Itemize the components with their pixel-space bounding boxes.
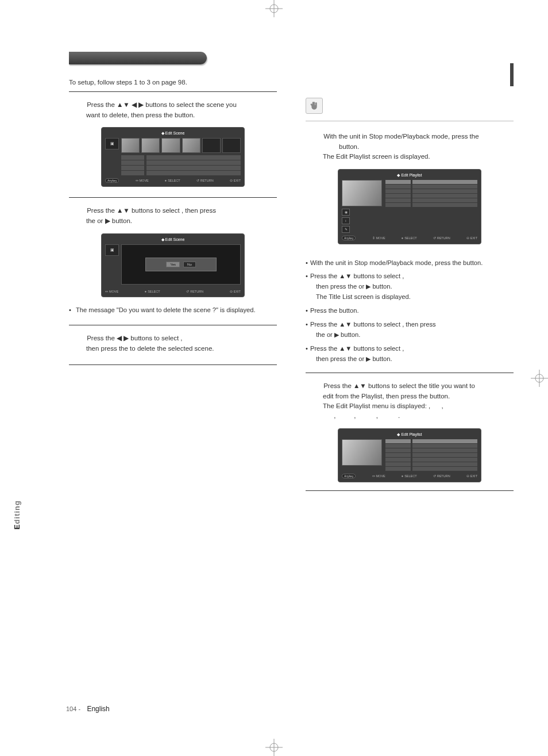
step-4-text-c: button. [175,112,195,118]
page-footer: 104 - English [66,705,110,713]
anykey-badge: Anykey [342,236,356,240]
step-5-text-c: the [86,217,95,224]
registration-mark-top [265,0,283,17]
ss-footer-select: ● SELECT [145,290,160,293]
bullet-2: •Press the ▲▼ buttons to select , then p… [306,271,514,302]
screenshot-edit-scene-confirm: ◆ Edit Scene ▣ Yes No [101,233,245,297]
ss-footer-move: ⇔ MOVE [372,474,385,478]
ss2-title: ◆ Edit Scene [105,236,241,244]
step-5-text-a: Press the ▲▼ buttons to select [87,207,179,214]
side-tab-editing: Editing [13,500,21,529]
right-step-2: Press the ▲▼ buttons to select the title… [323,381,514,421]
scene-thumb-empty [202,138,221,153]
step-6-text-d: to delete the selected scene. [130,345,214,352]
scene-thumb [141,138,160,153]
playlist-thumb [342,439,382,466]
step-number-icon [70,333,80,344]
screenshot-edit-playlist: ◆ Edit Playlist ◉ i ✎ [338,169,481,244]
scene-thumb-empty [222,138,241,153]
ss-footer-move: ⇔ MOVE [136,179,149,182]
scene-thumb [161,138,180,153]
ss-footer-return: ↺ RETURN [433,236,450,240]
step-6: Press the ◀ ▶ buttons to select , then p… [86,333,277,354]
note-delete-scene: • The message "Do you want to delete the… [69,305,277,315]
r1-b: button. [339,143,359,150]
ss-footer-exit: ⊝ EXIT [230,290,241,293]
ss4-title: ◆ Edit Playlist [342,431,477,439]
page-language: English [87,705,109,713]
step-number-icon [70,206,80,216]
ss-footer-return: ↺ RETURN [196,179,214,182]
ss-footer-select: ● SELECT [165,179,180,182]
step-6-text-b: , [180,335,182,341]
anykey-badge: Anykey [105,178,119,183]
step-number-icon [307,381,317,392]
step-5: Press the ▲▼ buttons to select , then pr… [86,206,277,226]
ss1-title: ◆ Edit Scene [105,130,241,138]
right-step-1: With the unit in Stop mode/Playback mode… [323,132,514,162]
scene-thumb [121,138,140,153]
setup-instruction: To setup, follow steps 1 to 3 on page 98… [69,79,277,92]
vertical-bar-icon [510,63,514,86]
right-column: With the unit in Stop mode/Playback mode… [300,52,514,733]
ss-footer-return: ↺ RETURN [186,290,203,293]
r1-c: The Edit Playlist screen is displayed. [323,153,430,160]
step-4: Press the ▲▼ ◀ ▶ buttons to select the s… [86,100,277,120]
step-number-icon [307,132,317,142]
hand-icon [306,98,323,114]
step-6-text-a: Press the ◀ ▶ buttons to select [87,335,179,341]
screenshot-edit-playlist-menu: ◆ Edit Playlist Anykey ⇔ MOVE ● [338,428,481,482]
page-body: To setup, follow steps 1 to 3 on page 98… [34,52,514,733]
ss-footer-exit: ⊝ EXIT [466,236,477,240]
ss-footer-select: ● SELECT [402,474,417,478]
anykey-badge: Anykey [342,474,356,478]
step-number-icon [70,100,80,110]
confirm-dialog: Yes No [145,258,217,271]
ss-sidebar-icon: ▣ [105,138,119,149]
bullet-5: •Press the ▲▼ buttons to select , then p… [306,344,514,364]
registration-mark-right [531,370,548,387]
ss-footer-move: ⇔ MOVE [105,290,118,293]
ss-footer-select: ● SELECT [402,236,417,240]
step-5-text-b: , then press [182,207,216,214]
ss-footer-move: ⇕ MOVE [372,236,385,240]
confirm-yes: Yes [166,262,180,267]
left-column: To setup, follow steps 1 to 3 on page 98… [34,52,277,733]
screenshot-edit-scene-thumbs: ◆ Edit Scene ▣ [101,127,245,187]
scene-thumb [182,138,200,153]
ss3-title: ◆ Edit Playlist [342,172,477,180]
page-number: 104 - [66,705,80,712]
step-6-text-c: then press the [86,345,128,352]
section-bar [69,52,207,64]
confirm-no: No [183,262,196,267]
bullet-4: •Press the ▲▼ buttons to select , then p… [306,320,514,340]
r1-a: With the unit in Stop mode/Playback mode… [323,133,478,140]
ss-footer-exit: ⊝ EXIT [230,179,241,182]
registration-mark-bottom [265,739,283,756]
step-4-text-b: want to delete, then press the [86,112,173,118]
bullet-3: •Press the button. [306,306,514,316]
step-4-text-a: Press the ▲▼ ◀ ▶ buttons to select the s… [87,101,237,108]
step-5-text-d: or ▶ button. [97,217,132,224]
ss-footer-exit: ⊝ EXIT [466,474,477,478]
ss-sidebar-icon: ▣ [105,244,119,256]
playlist-thumb [342,180,382,206]
tools-icon: ✎ [342,226,350,233]
ss-footer-return: ↺ RETURN [433,474,450,478]
disc-icon: ◉ [342,209,350,216]
info-icon: i [342,217,350,224]
bullet-1: •With the unit in Stop mode/Playback mod… [306,258,514,268]
